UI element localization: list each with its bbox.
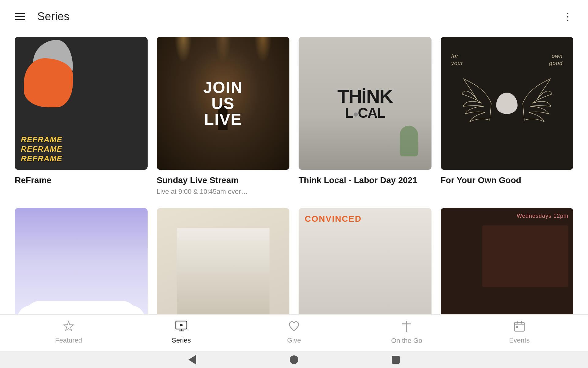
svg-rect-9 — [516, 326, 518, 328]
room-inner — [177, 228, 270, 321]
star-icon — [63, 320, 74, 334]
calendar-icon — [514, 320, 525, 334]
series-card-title-fyog: For Your Own Good — [441, 175, 574, 186]
dark-block — [482, 225, 568, 287]
series-card-title-reframe: ReFrame — [15, 175, 148, 186]
series-card-reframe[interactable]: REFRAME REFRAME REFRAME ReFrame — [15, 37, 148, 196]
nav-label-give: Give — [287, 336, 301, 344]
svg-rect-5 — [514, 322, 524, 331]
system-navigation-bar — [0, 351, 588, 368]
series-row-1: REFRAME REFRAME REFRAME ReFrame JOIN USL… — [15, 37, 573, 196]
series-card-title-thinklocal: Think Local - Labor Day 2021 — [299, 175, 432, 186]
nav-label-events: Events — [509, 336, 530, 344]
series-card-wednesday[interactable]: Wednesdays 12pm — [441, 208, 574, 328]
reframe-text-1: REFRAME — [21, 135, 62, 144]
series-card-fyog[interactable]: for your own good For Your Own Good — [441, 37, 574, 196]
nav-item-series[interactable]: Series — [157, 318, 206, 347]
fyog-top-left-text: for your — [451, 53, 463, 67]
nav-label-series: Series — [172, 336, 191, 344]
nav-item-featured[interactable]: Featured — [44, 318, 93, 347]
series-card-subtitle-livestream: Live at 9:00 & 10:45am ever… — [157, 188, 290, 196]
nav-items-row: Featured Series Give — [0, 318, 588, 347]
page-title: Series — [37, 10, 70, 23]
recents-button[interactable] — [391, 355, 401, 365]
header: Series ⋮ — [0, 0, 588, 31]
join-us-live-text: JOIN USLIVE — [190, 79, 256, 127]
bottom-navigation: Featured Series Give — [0, 314, 588, 351]
more-options-icon[interactable]: ⋮ — [563, 12, 573, 21]
thinklocal-text: THİNKL●CAL — [337, 87, 393, 120]
wednesday-text: Wednesdays 12pm — [517, 213, 568, 219]
series-card-room[interactable] — [157, 208, 290, 328]
nav-item-events[interactable]: Events — [495, 318, 544, 347]
cross-icon — [401, 320, 412, 334]
play-screen-icon — [175, 320, 187, 334]
series-card-clouds[interactable] — [15, 208, 148, 328]
fyog-top-right-text: own good — [549, 53, 563, 67]
main-content: REFRAME REFRAME REFRAME ReFrame JOIN USL… — [0, 31, 588, 328]
series-card-convinced[interactable]: CONVINCED — [299, 208, 432, 328]
series-row-2: CONVINCED Wednesdays 12pm — [15, 208, 573, 328]
nav-item-give[interactable]: Give — [270, 318, 318, 347]
nav-label-on-the-go: On the Go — [391, 337, 422, 345]
back-button[interactable] — [187, 355, 197, 365]
home-button[interactable] — [289, 355, 299, 365]
series-card-livestream[interactable]: JOIN USLIVE Sunday Live Stream Live at 9… — [157, 37, 290, 196]
left-wing-icon — [461, 76, 500, 131]
convinced-text: CONVINCED — [305, 214, 362, 224]
header-left: Series — [15, 10, 70, 23]
series-card-thinklocal[interactable]: THİNKL●CAL Think Local - Labor Day 2021 — [299, 37, 432, 196]
reframe-text-2: REFRAME — [21, 144, 62, 154]
heart-icon — [288, 320, 300, 334]
nav-label-featured: Featured — [55, 336, 82, 344]
right-wing-icon — [514, 76, 553, 131]
series-card-title-livestream: Sunday Live Stream — [157, 175, 290, 186]
reframe-text-3: REFRAME — [21, 154, 62, 163]
nav-item-on-the-go[interactable]: On the Go — [382, 318, 431, 347]
hamburger-menu-icon[interactable] — [15, 13, 25, 20]
